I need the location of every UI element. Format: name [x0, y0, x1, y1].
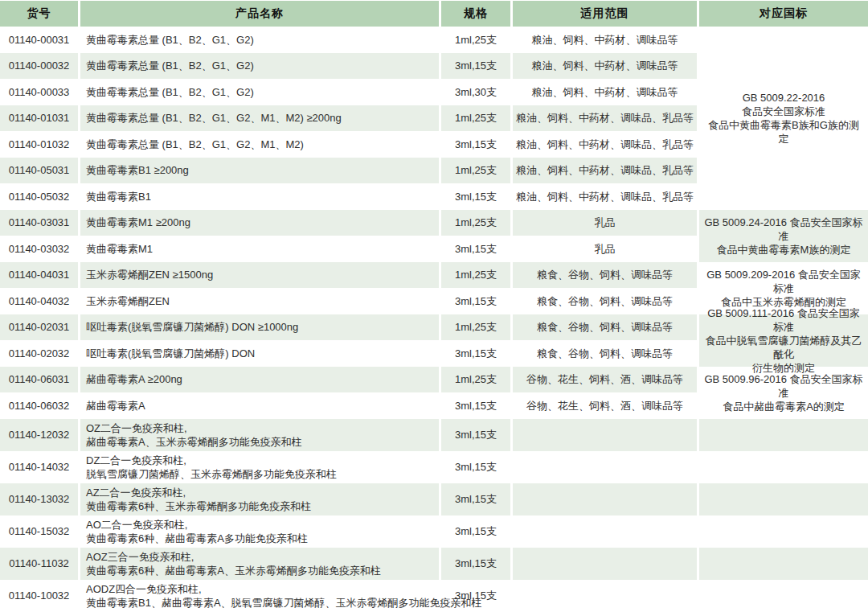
cell-standard-empty — [699, 580, 868, 612]
product-catalog-table: 货号产品名称规格适用范围对应国标01140-00031黄曲霉毒素总量 (B1、B… — [0, 1, 868, 612]
cell-spec: 3ml,15支 — [441, 392, 510, 419]
cell-code: 01140-05032 — [0, 183, 78, 210]
cell-scope — [513, 483, 697, 515]
cell-spec: 3ml,15支 — [441, 53, 510, 80]
cell-code: 01140-03032 — [0, 236, 78, 262]
standard-line: 食品中黄曲霉毒素M族的测定 — [717, 243, 851, 257]
cell-product-name: AO二合一免疫亲和柱,黄曲霉毒素6种、赭曲霉毒素A多功能免疫亲和柱 — [80, 515, 439, 548]
product-name-line: 黄曲霉毒素B1 ≥200ng — [86, 163, 189, 177]
cell-code: 01140-12032 — [0, 419, 78, 451]
product-name-line: 玉米赤霉烯酮ZEN — [86, 294, 170, 308]
cell-product-name: DZ二合一免疫亲和柱,脱氧雪腐镰刀菌烯醇、玉米赤霉烯酮多功能免疫亲和柱 — [80, 451, 439, 483]
product-name-line: 黄曲霉毒素M1 — [86, 242, 153, 256]
product-name-line: 黄曲霉毒素总量 (B1、B2、G1、G2) — [86, 59, 254, 72]
cell-code: 01140-01031 — [0, 105, 78, 132]
cell-scope — [513, 419, 697, 451]
product-name-line: 黄曲霉毒素总量 (B1、B2、G1、G2) — [86, 85, 254, 99]
product-name-line: 黄曲霉毒素M1 ≥200ng — [86, 216, 190, 229]
cell-product-name: 赭曲霉毒素A ≥200ng — [80, 367, 439, 393]
cell-code: 01140-14032 — [0, 451, 78, 483]
cell-product-name: 黄曲霉毒素总量 (B1、B2、G1、G2) — [80, 53, 439, 80]
cell-scope — [513, 580, 697, 612]
product-name-line: 黄曲霉毒素总量 (B1、B2、G1、G2、M1、M2) ≥200ng — [86, 111, 342, 125]
product-name-line: AODZ四合一免疫亲和柱, — [86, 582, 202, 596]
cell-product-name: AZ二合一免疫亲和柱,黄曲霉毒素6种、玉米赤霉烯酮多功能免疫亲和柱 — [80, 483, 439, 515]
cell-standard-empty — [699, 451, 868, 483]
cell-spec: 3ml,15支 — [441, 183, 510, 210]
cell-product-name: 黄曲霉毒素总量 (B1、B2、G1、G2、M1、M2) — [80, 131, 439, 158]
cell-code: 01140-05031 — [0, 158, 78, 184]
cell-scope: 谷物、花生、饲料、酒、调味品等 — [513, 392, 697, 419]
cell-spec: 3ml,15支 — [441, 236, 510, 262]
product-name-line: AZ二合一免疫亲和柱, — [86, 486, 186, 499]
cell-spec: 3ml,15支 — [441, 451, 510, 483]
cell-spec: 1ml,25支 — [441, 314, 510, 341]
product-name-line: 呕吐毒素(脱氧雪腐镰刀菌烯醇) DON ≥1000ng — [86, 320, 298, 334]
product-name-line: 黄曲霉毒素B1、赭曲霉毒素A、脱氧雪腐镰刀菌烯醇、玉米赤霉烯酮多功能免疫亲和柱 — [86, 596, 482, 610]
product-name-line: 黄曲霉毒素B1 — [86, 190, 151, 203]
product-name-line: DZ二合一免疫亲和柱, — [86, 454, 186, 467]
cell-standard-empty — [699, 483, 868, 515]
cell-spec: 1ml,25支 — [441, 158, 510, 184]
product-name-line: OZ二合一免疫亲和柱, — [86, 421, 187, 435]
cell-product-name: AOZ三合一免疫亲和柱,黄曲霉毒素6种、赭曲霉毒素A、玉米赤霉烯酮多功能免疫亲和… — [80, 548, 439, 580]
product-name-line: 赭曲霉毒素A、玉米赤霉烯酮多功能免疫亲和柱 — [86, 435, 302, 449]
cell-product-name: 呕吐毒素(脱氧雪腐镰刀菌烯醇) DON ≥1000ng — [80, 314, 439, 341]
cell-product-name: 玉米赤霉烯酮ZEN — [80, 288, 439, 314]
cell-scope: 粮食、谷物、饲料、调味品等 — [513, 340, 697, 367]
cell-spec: 3ml,15支 — [441, 515, 510, 548]
cell-spec: 3ml,15支 — [441, 419, 510, 451]
cell-standard: GB 5009.24-2016 食品安全国家标准食品中黄曲霉毒素M族的测定 — [699, 210, 868, 262]
cell-code: 01140-01032 — [0, 131, 78, 158]
cell-spec: 3ml,15支 — [441, 580, 510, 612]
standard-line: GB 5009.96-2016 食品安全国家标准 — [704, 372, 863, 400]
column-header-standard: 对应国标 — [699, 1, 868, 27]
standard-line: 食品中脱氧雪腐镰刀菌烯醇及其乙酰化 — [704, 334, 863, 361]
product-name-line: 黄曲霉毒素总量 (B1、B2、G1、G2) — [86, 33, 254, 47]
cell-code: 01140-11032 — [0, 548, 78, 580]
cell-standard: GB 5009.22-2016食品安全国家标准食品中黄曲霉毒素B族和G族的测定 — [699, 27, 868, 210]
cell-scope: 乳品 — [513, 210, 697, 236]
cell-product-name: 玉米赤霉烯酮ZEN ≥1500ng — [80, 262, 439, 289]
cell-standard-empty — [699, 548, 868, 580]
cell-scope: 粮食、谷物、饲料、调味品等 — [513, 288, 697, 314]
cell-scope: 粮油、饲料、中药材、调味品等 — [513, 79, 697, 105]
cell-scope — [513, 515, 697, 548]
cell-code: 01140-10032 — [0, 580, 78, 612]
cell-product-name: 黄曲霉毒素M1 — [80, 236, 439, 262]
cell-spec: 1ml,25支 — [441, 27, 510, 53]
cell-scope: 粮油、饲料、中药材、调味品、乳品等 — [513, 158, 697, 184]
cell-scope: 谷物、花生、饲料、酒、调味品等 — [513, 367, 697, 393]
product-name-line: AOZ三合一免疫亲和柱, — [86, 550, 194, 564]
cell-scope: 粮油、饲料、中药材、调味品、乳品等 — [513, 131, 697, 158]
cell-scope: 粮食、谷物、饲料、调味品等 — [513, 314, 697, 341]
column-header-scope: 适用范围 — [513, 1, 697, 27]
cell-spec: 3ml,15支 — [441, 340, 510, 367]
cell-code: 01140-00031 — [0, 27, 78, 53]
cell-code: 01140-00032 — [0, 53, 78, 80]
cell-standard-empty — [699, 419, 868, 451]
cell-code: 01140-13032 — [0, 483, 78, 515]
product-name-line: 呕吐毒素(脱氧雪腐镰刀菌烯醇) DON — [86, 347, 255, 360]
cell-product-name: 呕吐毒素(脱氧雪腐镰刀菌烯醇) DON — [80, 340, 439, 367]
product-name-line: 黄曲霉毒素6种、赭曲霉毒素A、玉米赤霉烯酮多功能免疫亲和柱 — [86, 564, 381, 577]
column-header-spec: 规格 — [441, 1, 510, 27]
cell-code: 01140-02031 — [0, 314, 78, 341]
standard-line: 食品安全国家标准 — [742, 105, 825, 118]
cell-spec: 1ml,25支 — [441, 210, 510, 236]
cell-product-name: AODZ四合一免疫亲和柱,黄曲霉毒素B1、赭曲霉毒素A、脱氧雪腐镰刀菌烯醇、玉米… — [80, 580, 439, 612]
product-name-line: 赭曲霉毒素A ≥200ng — [86, 372, 182, 386]
cell-scope: 粮食、谷物、饲料、调味品等 — [513, 262, 697, 289]
cell-standard-empty — [699, 515, 868, 548]
product-name-line: AO二合一免疫亲和柱, — [86, 518, 187, 532]
column-header-product-name: 产品名称 — [80, 1, 439, 27]
product-name-line: 黄曲霉毒素6种、赭曲霉毒素A多功能免疫亲和柱 — [86, 532, 308, 545]
cell-code: 01140-04032 — [0, 288, 78, 314]
column-header-code: 货号 — [0, 1, 78, 27]
cell-product-name: 赭曲霉毒素A — [80, 392, 439, 419]
cell-scope: 乳品 — [513, 236, 697, 262]
standard-line: GB 5009.209-2016 食品安全国家标准 — [704, 268, 863, 295]
cell-code: 01140-02032 — [0, 340, 78, 367]
cell-spec: 1ml,25支 — [441, 367, 510, 393]
product-name-line: 黄曲霉毒素总量 (B1、B2、G1、G2、M1、M2) — [86, 138, 304, 151]
